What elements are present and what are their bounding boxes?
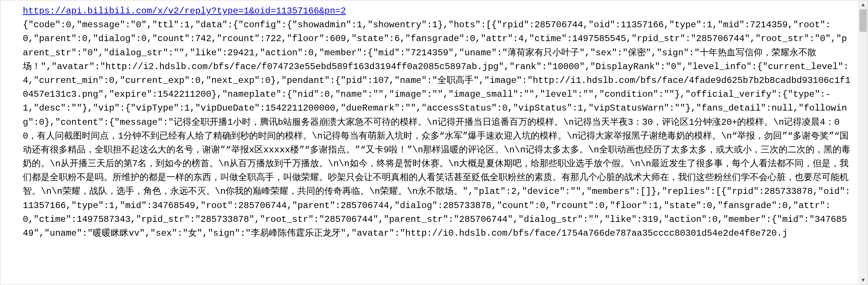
scrollbar-track[interactable] <box>859 9 868 276</box>
chevron-down-icon: ▼ <box>862 278 865 283</box>
response-body: {"code":0,"message":"0","ttl":1,"data":{… <box>23 18 852 240</box>
scrollbar-thumb[interactable] <box>859 9 867 32</box>
scroll-up-button[interactable]: ▲ <box>859 0 868 9</box>
request-url[interactable]: https://api.bilibili.com/x/v2/reply?type… <box>23 6 346 16</box>
vertical-scrollbar[interactable]: ▲ ▼ <box>858 0 868 285</box>
scroll-down-button[interactable]: ▼ <box>859 276 868 285</box>
api-response-viewer: https://api.bilibili.com/x/v2/reply?type… <box>0 0 868 285</box>
chevron-up-icon: ▲ <box>862 2 865 7</box>
response-content-area: https://api.bilibili.com/x/v2/reply?type… <box>0 0 859 285</box>
